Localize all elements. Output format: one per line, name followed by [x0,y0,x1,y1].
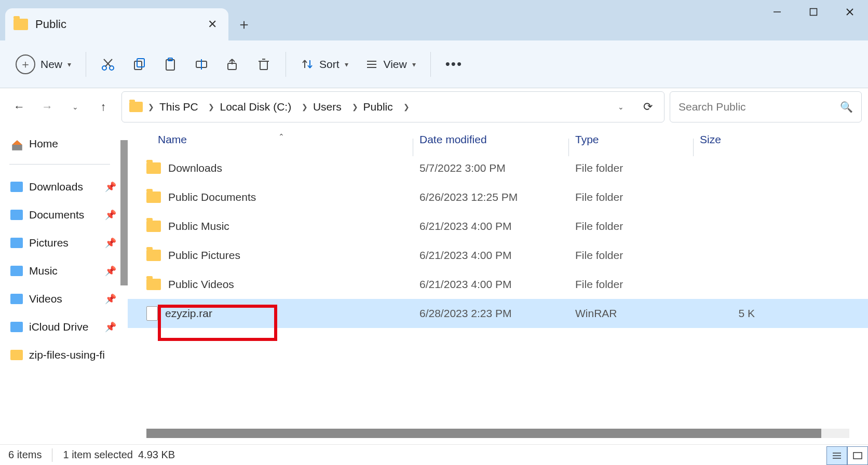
paste-button[interactable] [157,51,184,77]
paste-icon [163,57,178,72]
refresh-button[interactable]: ⟳ [639,98,657,116]
header-name[interactable]: ⌃Name [128,133,413,146]
folder-icon [10,266,23,276]
thumbnails-view-button[interactable] [847,446,868,465]
folder-icon [10,294,23,304]
folder-icon [129,102,143,112]
copy-icon [132,57,146,72]
sidebar-item[interactable]: Documents📌 [7,201,128,229]
tab-title: Public [35,18,197,31]
trash-icon [256,57,271,72]
folder-icon [10,182,23,192]
svg-line-7 [104,59,111,66]
new-label: New [40,58,62,71]
header-size[interactable]: Size [694,133,761,146]
up-button[interactable]: ↑ [94,98,112,116]
new-button[interactable]: ＋ New ▾ [9,51,77,77]
sort-button[interactable]: Sort ▾ [294,51,355,77]
file-type: WinRAR [569,307,694,320]
back-button[interactable]: ← [10,98,28,116]
sidebar-label: Pictures [29,237,69,249]
breadcrumb-segment[interactable]: Public ❯ [363,101,410,113]
sidebar-home[interactable]: Home [7,130,128,158]
new-tab-button[interactable]: ＋ [228,8,260,40]
horizontal-scrollbar[interactable] [146,429,849,438]
chevron-right-icon: ❯ [205,103,215,111]
scrollbar-thumb[interactable] [120,140,128,285]
close-tab-icon[interactable]: ✕ [205,17,220,32]
selection-count: 1 item selected [63,449,133,461]
scissors-icon [101,57,115,72]
file-row[interactable]: Public Pictures6/21/2023 4:00 PMFile fol… [128,241,868,270]
breadcrumb-segment[interactable]: Local Disk (C:) ❯ [220,101,307,113]
folder-icon [10,238,23,248]
file-date: 6/21/2023 4:00 PM [413,220,569,232]
minimize-button[interactable] [759,0,795,24]
pin-icon: 📌 [105,293,116,305]
sidebar-item[interactable]: Downloads📌 [7,173,128,201]
svg-rect-9 [137,59,144,67]
file-date: 6/28/2023 2:23 PM [413,307,569,320]
file-icon [146,306,158,321]
pin-icon: 📌 [105,209,116,221]
file-name: Public Videos [168,278,234,291]
file-name: Downloads [168,162,222,174]
sidebar-item[interactable]: iCloud Drive📌 [7,313,128,341]
folder-icon [10,210,23,220]
folder-icon [146,192,161,203]
rename-button[interactable] [188,51,215,77]
file-date: 5/7/2022 3:00 PM [413,162,569,174]
delete-button[interactable] [250,51,277,77]
file-row[interactable]: Public Videos6/21/2023 4:00 PMFile folde… [128,270,868,299]
maximize-button[interactable] [795,0,832,24]
sidebar-label: Documents [29,209,84,221]
header-date[interactable]: Date modified [413,133,569,146]
folder-icon [10,322,23,332]
svg-rect-1 [810,9,817,16]
search-input[interactable] [679,101,840,113]
chevron-right-icon: ❯ [148,103,154,111]
chevron-right-icon: ❯ [399,103,410,111]
more-button[interactable]: ••• [439,51,469,77]
copy-button[interactable] [126,51,153,77]
sidebar: Home Downloads📌Documents📌Pictures📌Music📌… [0,126,128,444]
breadcrumb-segment[interactable]: Users ❯ [313,101,358,113]
window-controls [759,0,868,24]
nav-row: ← → ⌄ ↑ ❯ This PC ❯ Local Disk (C:) ❯ Us… [0,88,868,126]
sidebar-label: iCloud Drive [29,321,88,333]
sidebar-item[interactable]: Videos📌 [7,285,128,313]
svg-rect-8 [134,61,142,70]
window-tab[interactable]: Public ✕ [5,8,228,40]
file-type: File folder [569,191,694,203]
close-window-button[interactable] [832,0,868,24]
forward-button[interactable]: → [38,98,56,116]
svg-rect-24 [853,453,862,459]
search-box[interactable]: 🔍 [670,91,862,122]
share-button[interactable] [219,51,246,77]
folder-icon [146,162,161,174]
header-type[interactable]: Type [569,133,694,146]
share-icon [225,57,240,72]
address-bar[interactable]: ❯ This PC ❯ Local Disk (C:) ❯ Users ❯ Pu… [121,91,664,122]
toolbar: ＋ New ▾ Sort ▾ View ▾ ••• [0,40,868,88]
scrollbar-thumb[interactable] [146,429,821,438]
address-dropdown[interactable]: ⌄ [612,98,630,116]
file-row[interactable]: Public Music6/21/2023 4:00 PMFile folder [128,212,868,241]
cut-button[interactable] [94,51,121,77]
file-row[interactable]: ezyzip.rar6/28/2023 2:23 PMWinRAR5 K [128,299,868,328]
home-icon [10,139,23,149]
details-view-button[interactable] [826,446,847,465]
folder-icon [146,221,161,232]
chevron-down-icon: ▾ [412,60,416,69]
view-button[interactable]: View ▾ [359,51,422,77]
file-row[interactable]: Downloads5/7/2022 3:00 PMFile folder [128,154,868,183]
sort-indicator-icon: ⌃ [278,132,284,141]
sidebar-item[interactable]: Music📌 [7,257,128,285]
file-row[interactable]: Public Documents6/26/2023 12:25 PMFile f… [128,183,868,212]
sidebar-item[interactable]: zip-files-using-fi [7,341,128,369]
sidebar-item[interactable]: Pictures📌 [7,229,128,257]
breadcrumb-segment[interactable]: This PC ❯ [159,101,214,113]
sort-label: Sort [319,58,340,71]
recent-dropdown[interactable]: ⌄ [66,98,84,116]
folder-icon [146,279,161,290]
